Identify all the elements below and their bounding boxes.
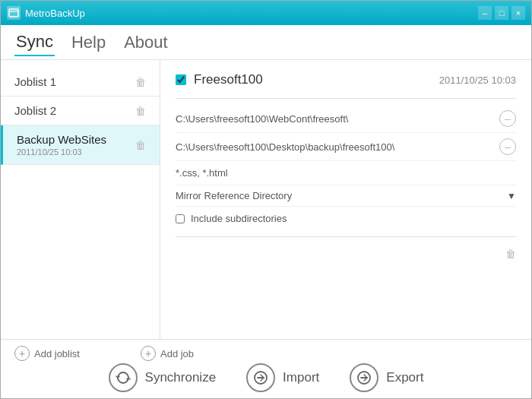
- svg-rect-0: [9, 9, 18, 17]
- job-item-label: Joblist 2: [14, 104, 56, 117]
- title-bar: MetroBackUp – □ ×: [1, 1, 531, 25]
- detail-trash-row: 🗑: [176, 243, 516, 260]
- synchronize-button[interactable]: Synchronize: [109, 363, 217, 392]
- source-path-row: C:\Users\freesoft100\WebCont\freesoft\ –: [176, 105, 516, 133]
- import-label: Import: [283, 370, 319, 385]
- mode-dropdown-row[interactable]: Mirror Reference Directory ▼: [176, 185, 516, 207]
- menu-bar: Sync Help About: [1, 25, 531, 60]
- menu-item-about[interactable]: About: [122, 30, 169, 55]
- trash-icon-joblist2[interactable]: 🗑: [135, 105, 146, 117]
- footer-bottom: Synchronize Import Export: [1, 363, 531, 399]
- source-path-text: C:\Users\freesoft100\WebCont\freesoft\: [176, 113, 348, 125]
- menu-item-help[interactable]: Help: [70, 30, 107, 55]
- job-item-subtitle: 2011/10/25 10:03: [17, 147, 106, 157]
- dest-path-minus-button[interactable]: –: [499, 138, 516, 155]
- trash-icon-joblist1[interactable]: 🗑: [135, 76, 146, 88]
- subdirs-checkbox[interactable]: [176, 214, 185, 223]
- main-layout: Joblist 1 🗑 Joblist 2 🗑 Backup WebSites …: [1, 60, 531, 339]
- job-item-joblist2[interactable]: Joblist 2 🗑: [1, 97, 160, 125]
- title-bar-left: MetroBackUp: [7, 6, 85, 20]
- app-title: MetroBackUp: [25, 8, 85, 19]
- sync-icon: [109, 363, 138, 392]
- trash-icon-detail[interactable]: 🗑: [505, 248, 516, 260]
- filter-row: *.css, *.html: [176, 161, 516, 185]
- footer-top: + Add joblist + Add job: [1, 340, 531, 361]
- add-job-label: Add job: [160, 348, 194, 359]
- add-job-icon: +: [141, 346, 156, 361]
- job-item-label: Backup WebSites: [17, 133, 106, 146]
- mode-label: Mirror Reference Directory: [176, 190, 292, 201]
- separator-bottom: [176, 236, 516, 237]
- job-item-label: Joblist 1: [14, 75, 56, 88]
- import-button[interactable]: Import: [246, 363, 319, 392]
- job-item-joblist1[interactable]: Joblist 1 🗑: [1, 68, 160, 97]
- dest-path-text: C:\Users\freesoft100\Desktop\backup\free…: [176, 141, 394, 153]
- app-icon: [7, 6, 21, 20]
- add-joblist-button[interactable]: + Add joblist: [14, 346, 80, 361]
- restore-button[interactable]: □: [495, 6, 508, 20]
- title-bar-controls: – □ ×: [478, 6, 525, 20]
- export-icon: [350, 363, 378, 392]
- export-label: Export: [386, 370, 423, 385]
- subdirs-label: Include subdirectories: [191, 213, 287, 224]
- menu-item-sync[interactable]: Sync: [14, 29, 55, 56]
- separator-top: [176, 98, 516, 99]
- job-enabled-checkbox[interactable]: [176, 74, 186, 85]
- footer: + Add joblist + Add job Synchronize: [1, 339, 531, 399]
- job-title-row: Freesoft100: [176, 72, 263, 87]
- close-button[interactable]: ×: [511, 6, 525, 20]
- filter-text: *.css, *.html: [176, 167, 228, 179]
- source-path-minus-button[interactable]: –: [499, 110, 516, 127]
- subdirs-row: Include subdirectories: [176, 207, 516, 230]
- add-joblist-icon: +: [14, 346, 30, 361]
- add-joblist-label: Add joblist: [34, 348, 80, 359]
- job-name-label: Freesoft100: [194, 72, 263, 87]
- trash-icon-backup-websites[interactable]: 🗑: [135, 139, 146, 151]
- content-area: Freesoft100 2011/10/25 10:03 C:\Users\fr…: [160, 60, 531, 339]
- sidebar: Joblist 1 🗑 Joblist 2 🗑 Backup WebSites …: [1, 60, 160, 339]
- minimize-button[interactable]: –: [478, 6, 492, 20]
- synchronize-label: Synchronize: [145, 370, 217, 385]
- export-button[interactable]: Export: [350, 363, 423, 392]
- job-item-backup-websites[interactable]: Backup WebSites 2011/10/25 10:03 🗑: [1, 125, 160, 165]
- job-date-label: 2011/10/25 10:03: [439, 74, 516, 86]
- chevron-down-icon: ▼: [507, 191, 516, 201]
- job-header: Freesoft100 2011/10/25 10:03: [176, 72, 516, 87]
- dest-path-row: C:\Users\freesoft100\Desktop\backup\free…: [176, 133, 516, 161]
- import-icon: [246, 363, 275, 392]
- add-job-button[interactable]: + Add job: [141, 346, 194, 361]
